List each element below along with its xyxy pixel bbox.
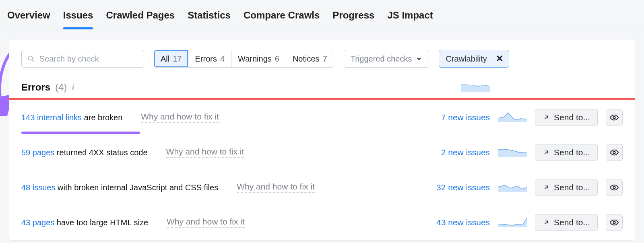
why-how-fix-link[interactable]: Why and how to fix it xyxy=(166,147,244,158)
preview-button[interactable] xyxy=(606,109,623,126)
tab-compare-crawls[interactable]: Compare Crawls xyxy=(244,10,320,24)
why-how-fix-link[interactable]: Why and how to fix it xyxy=(237,182,315,193)
errors-section-header: Errors (4) i xyxy=(9,76,635,98)
issue-row: 59 pages returned 4XX status code Why an… xyxy=(9,135,635,170)
issue-rest: are broken xyxy=(84,113,123,122)
issue-rest: returned 4XX status code xyxy=(57,148,148,157)
new-issues-link[interactable]: 7 new issues xyxy=(441,113,490,122)
search-icon xyxy=(27,55,35,63)
issue-sparkline xyxy=(498,146,527,159)
section-title: Errors xyxy=(21,82,50,93)
triggered-checks-dropdown[interactable]: Triggered checks xyxy=(344,50,429,68)
issue-text: 48 issues with broken internal JavaScrip… xyxy=(21,183,218,192)
new-issues-link[interactable]: 43 new issues xyxy=(436,218,490,227)
why-how-fix-link[interactable]: Why and how to fix it xyxy=(141,112,219,123)
filter-count: 7 xyxy=(323,54,327,64)
filter-count: 4 xyxy=(220,54,225,64)
filter-label: All xyxy=(161,54,169,64)
chevron-down-icon xyxy=(416,56,422,62)
issue-link[interactable]: 143 internal links xyxy=(21,113,82,122)
issues-card: All 17 Errors 4 Warnings 6 Notices 7 Tri… xyxy=(9,39,635,241)
send-to-label: Send to... xyxy=(554,148,590,157)
filter-tag-label: Crawlability xyxy=(446,54,487,64)
tab-statistics[interactable]: Statistics xyxy=(188,10,231,24)
send-to-button[interactable]: Send to... xyxy=(535,144,598,161)
issue-row: 43 pages have too large HTML size Why an… xyxy=(9,205,635,240)
preview-button[interactable] xyxy=(606,179,623,196)
svg-point-0 xyxy=(28,56,32,60)
filter-notices[interactable]: Notices 7 xyxy=(286,50,334,67)
issue-sparkline xyxy=(498,111,527,124)
filter-label: Notices xyxy=(293,54,320,64)
svg-line-1 xyxy=(32,60,34,62)
send-to-label: Send to... xyxy=(554,218,590,227)
send-to-label: Send to... xyxy=(554,183,590,192)
issue-row: 143 internal links are broken Why and ho… xyxy=(9,100,635,135)
why-how-fix-link[interactable]: Why and how to fix it xyxy=(167,217,245,228)
share-arrow-icon xyxy=(543,219,550,226)
search-input[interactable] xyxy=(39,54,138,64)
eye-icon xyxy=(610,218,619,227)
top-tabs: Overview Issues Crawled Pages Statistics… xyxy=(0,0,644,29)
filter-count: 17 xyxy=(173,54,182,64)
severity-filter: All 17 Errors 4 Warnings 6 Notices 7 xyxy=(154,50,334,68)
issue-row: 48 issues with broken internal JavaScrip… xyxy=(9,170,635,205)
info-icon[interactable]: i xyxy=(72,82,74,93)
filter-label: Errors xyxy=(195,54,217,64)
eye-icon xyxy=(610,183,619,192)
send-to-button[interactable]: Send to... xyxy=(535,179,598,196)
issue-text: 143 internal links are broken xyxy=(21,113,122,122)
share-arrow-icon xyxy=(543,184,550,191)
svg-point-2 xyxy=(613,116,615,119)
send-to-label: Send to... xyxy=(554,113,590,122)
issue-text: 59 pages returned 4XX status code xyxy=(21,148,148,157)
svg-point-4 xyxy=(613,186,615,189)
section-sparkline xyxy=(461,80,490,94)
tab-js-impact[interactable]: JS Impact xyxy=(387,10,433,24)
filter-label: Warnings xyxy=(238,54,272,64)
filter-all[interactable]: All 17 xyxy=(154,50,188,67)
send-to-button[interactable]: Send to... xyxy=(535,214,598,231)
svg-point-3 xyxy=(613,151,615,154)
tab-progress[interactable]: Progress xyxy=(332,10,374,24)
filter-count: 6 xyxy=(275,54,279,64)
triggered-checks-label: Triggered checks xyxy=(351,54,412,64)
issue-rest: with broken internal JavaScript and CSS … xyxy=(58,183,218,192)
issue-rest: have too large HTML size xyxy=(57,218,148,227)
new-issues-link[interactable]: 32 new issues xyxy=(436,183,490,192)
close-icon[interactable]: ✕ xyxy=(492,54,502,64)
tab-issues[interactable]: Issues xyxy=(63,10,93,24)
filter-errors[interactable]: Errors 4 xyxy=(188,50,231,67)
issue-sparkline xyxy=(498,181,527,194)
search-input-wrap[interactable] xyxy=(21,50,144,68)
issue-sparkline xyxy=(498,216,527,229)
eye-icon xyxy=(610,113,619,122)
tab-overview[interactable]: Overview xyxy=(7,10,50,24)
eye-icon xyxy=(610,148,619,157)
share-arrow-icon xyxy=(543,149,550,156)
share-arrow-icon xyxy=(543,114,550,121)
svg-point-5 xyxy=(613,221,615,224)
issue-text: 43 pages have too large HTML size xyxy=(21,218,148,227)
filter-warnings[interactable]: Warnings 6 xyxy=(231,50,286,67)
issue-link[interactable]: 48 issues xyxy=(21,183,56,192)
issue-link[interactable]: 59 pages xyxy=(21,148,54,157)
tab-crawled-pages[interactable]: Crawled Pages xyxy=(106,10,175,24)
send-to-button[interactable]: Send to... xyxy=(535,109,598,126)
preview-button[interactable] xyxy=(606,144,623,161)
preview-button[interactable] xyxy=(606,214,623,231)
issue-link[interactable]: 43 pages xyxy=(21,218,54,227)
section-count: (4) xyxy=(55,82,67,93)
new-issues-link[interactable]: 2 new issues xyxy=(441,148,490,157)
filter-tag-crawlability[interactable]: Crawlability ✕ xyxy=(439,50,509,68)
issues-toolbar: All 17 Errors 4 Warnings 6 Notices 7 Tri… xyxy=(9,39,635,76)
